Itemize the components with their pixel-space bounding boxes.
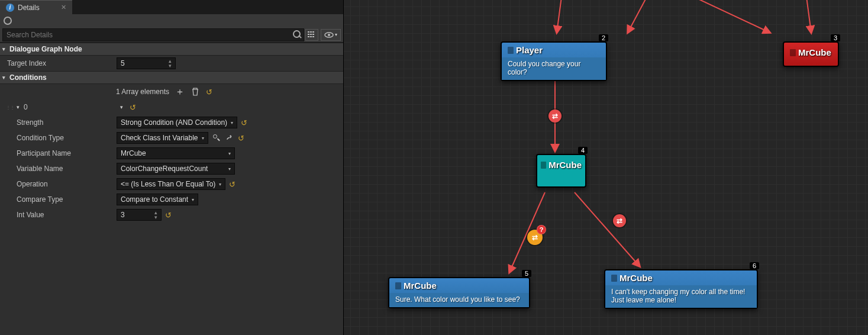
tab-label: Details — [18, 4, 40, 12]
prop-label: Participant Name — [17, 149, 71, 157]
reset-icon[interactable]: ↺ — [229, 180, 235, 189]
expand-icon: ▾ — [2, 46, 8, 52]
search-row: ▾ — [0, 27, 343, 43]
prop-participant-name: Participant Name MrCube▾ — [0, 146, 343, 161]
graph-node-mrcube-3[interactable]: 3 MrCube — [783, 41, 839, 67]
search-icon — [212, 134, 221, 142]
dialogue-graph-canvas[interactable]: ⇄ ⇄ ? ⇄ 2 Player Could you change your c… — [344, 0, 868, 335]
add-element-button[interactable]: ＋ — [175, 87, 185, 96]
node-tag: 4 — [578, 147, 588, 154]
reset-icon[interactable]: ↺ — [206, 88, 212, 96]
graph-node-mrcube-5[interactable]: 5 MrCube Sure. What color would you like… — [388, 277, 530, 308]
reset-icon[interactable]: ↺ — [130, 103, 136, 112]
trash-icon — [192, 88, 199, 96]
swap-icon: ⇄ — [552, 112, 558, 120]
target-index-field[interactable]: 5 ▴▾ — [117, 57, 176, 69]
svg-rect-4 — [310, 34, 312, 35]
expand-icon: ▾ — [17, 104, 22, 110]
prop-label: Operation — [17, 180, 48, 188]
property-matrix-button[interactable] — [305, 29, 318, 41]
graph-node-mrcube-4[interactable]: 4 MrCube — [536, 154, 586, 188]
svg-rect-3 — [308, 34, 309, 35]
target-index-value: 5 — [121, 59, 125, 67]
node-title: MrCube — [548, 160, 582, 170]
node-title: MrCube — [404, 281, 437, 291]
category-label: Conditions — [9, 73, 47, 82]
array-header-row: 1 Array elements ＋ ↺ — [0, 84, 343, 99]
node-text: Could you change your color? — [508, 60, 580, 76]
element-index-label: 0 — [24, 103, 28, 111]
edit-button[interactable] — [225, 133, 234, 143]
node-tag: 2 — [599, 34, 608, 41]
int-value-value: 3 — [121, 211, 125, 219]
graph-node-mrcube-6[interactable]: 6 MrCube I can't keep changing my color … — [604, 269, 758, 309]
element-menu-button[interactable]: ▾ — [117, 102, 126, 112]
operation-dropdown[interactable]: <= (Is Less Than Or Equal To)▾ — [117, 178, 225, 190]
category-label: Dialogue Graph Node — [9, 45, 82, 53]
tab-bar: i Details ✕ — [0, 0, 343, 14]
svg-rect-0 — [308, 31, 309, 33]
compare-type-dropdown[interactable]: Compare to Constant▾ — [117, 194, 198, 205]
variable-name-value: ColorChangeRequestCount — [121, 165, 208, 173]
variable-name-dropdown[interactable]: ColorChangeRequestCount▾ — [117, 163, 235, 175]
graph-node-player-2[interactable]: 2 Player Could you change your color? — [501, 41, 607, 81]
prop-condition-type: Condition Type Check Class Int Variable▾… — [0, 130, 343, 146]
condition-badge[interactable]: ⇄ — [548, 109, 562, 123]
prop-label: Int Value — [17, 211, 44, 219]
participant-name-value: MrCube — [121, 149, 146, 157]
question-badge: ? — [537, 225, 546, 234]
view-options-button[interactable]: ▾ — [321, 29, 341, 41]
reset-icon[interactable]: ↺ — [238, 134, 244, 143]
class-icon — [395, 282, 401, 289]
lock-open-icon[interactable] — [4, 17, 12, 25]
array-element-0[interactable]: ⋮⋮ ▾ 0 ▾ ↺ — [0, 99, 343, 115]
prop-int-value: Int Value 3 ▴▾ ↺ — [0, 207, 343, 223]
prop-label: Target Index — [7, 59, 46, 67]
category-dialogue-graph-node[interactable]: ▾ Dialogue Graph Node — [0, 43, 343, 56]
info-icon: i — [6, 4, 14, 12]
search-input[interactable] — [2, 28, 304, 41]
condition-badge[interactable]: ⇄ — [613, 214, 626, 227]
svg-rect-6 — [308, 36, 309, 37]
wrench-icon — [225, 134, 234, 142]
class-icon — [541, 162, 546, 169]
condition-type-dropdown[interactable]: Check Class Int Variable▾ — [117, 132, 208, 144]
node-tag: 6 — [750, 262, 759, 269]
strength-dropdown[interactable]: Strong Condition (AND Condition)▾ — [117, 117, 237, 128]
prop-strength: Strength Strong Condition (AND Condition… — [0, 115, 343, 130]
swap-icon: ⇄ — [532, 233, 538, 241]
expand-icon: ▾ — [2, 75, 8, 80]
clear-array-button[interactable] — [191, 87, 200, 96]
svg-rect-8 — [312, 36, 314, 37]
prop-label: Variable Name — [17, 165, 63, 173]
node-tag: 5 — [522, 270, 531, 277]
class-icon — [790, 49, 796, 56]
svg-rect-5 — [312, 34, 314, 35]
svg-point-10 — [328, 34, 330, 36]
participant-name-dropdown[interactable]: MrCube▾ — [117, 147, 235, 159]
reset-icon[interactable]: ↺ — [165, 211, 172, 220]
node-text: I can't keep changing my color all the t… — [611, 288, 745, 304]
category-conditions[interactable]: ▾ Conditions — [0, 71, 343, 84]
prop-target-index: Target Index 5 ▴▾ — [0, 56, 343, 71]
node-title: MrCube — [619, 273, 653, 283]
class-icon — [611, 275, 617, 282]
node-title: MrCube — [798, 47, 831, 57]
array-count-label: 1 Array elements — [116, 88, 169, 96]
int-value-field[interactable]: 3 ▴▾ — [117, 209, 162, 221]
tab-details[interactable]: i Details ✕ — [0, 0, 72, 14]
browse-button[interactable] — [212, 133, 221, 143]
close-tab-icon[interactable]: ✕ — [61, 4, 66, 11]
svg-rect-1 — [310, 31, 312, 33]
operation-value: <= (Is Less Than Or Equal To) — [121, 180, 215, 188]
prop-label: Compare Type — [17, 195, 63, 204]
spinner-icon[interactable]: ▴▾ — [169, 59, 172, 68]
reset-icon[interactable]: ↺ — [241, 118, 247, 127]
spinner-icon[interactable]: ▴▾ — [154, 210, 157, 220]
class-icon — [508, 47, 514, 54]
drag-handle-icon[interactable]: ⋮⋮ — [6, 105, 14, 110]
prop-label: Strength — [17, 118, 43, 127]
prop-variable-name: Variable Name ColorChangeRequestCount▾ — [0, 161, 343, 176]
strength-value: Strong Condition (AND Condition) — [121, 118, 227, 127]
compare-type-value: Compare to Constant — [121, 195, 188, 204]
